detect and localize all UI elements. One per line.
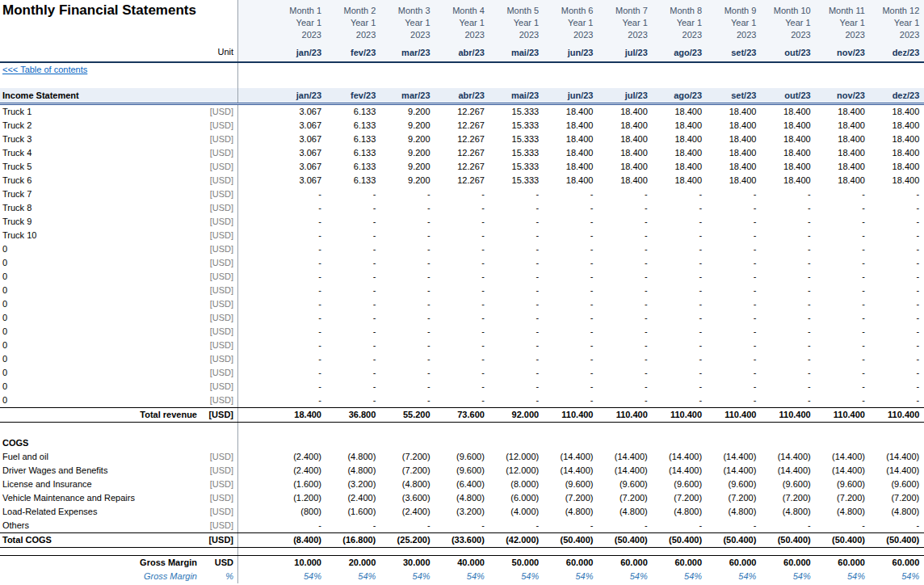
value-cell[interactable]: 110.400 [653,408,707,422]
row-label[interactable]: 0 [0,352,202,366]
value-cell[interactable]: - [326,284,380,297]
value-cell[interactable]: - [653,215,707,229]
value-cell[interactable]: - [870,284,924,297]
value-cell[interactable]: (14.400) [870,464,924,478]
value-cell[interactable]: - [870,297,924,311]
value-cell[interactable] [435,423,489,436]
value-cell[interactable]: - [544,215,598,229]
value-cell[interactable]: (3.200) [326,478,380,491]
value-cell[interactable]: - [598,311,652,325]
value-cell[interactable]: 15.333 [489,160,544,174]
table-of-contents-link[interactable]: <<< Table of contents [2,65,87,74]
row-unit[interactable]: [USD] [202,270,238,284]
value-cell[interactable]: (6.000) [489,491,544,505]
value-cell[interactable]: (14.400) [544,464,598,478]
value-cell[interactable]: - [435,256,489,270]
row-unit[interactable]: [USD] [202,146,238,160]
row-label[interactable]: Truck 10 [0,229,202,242]
value-cell[interactable]: - [326,297,380,311]
value-cell[interactable]: 18.400 [707,105,761,119]
value-cell[interactable]: - [238,366,326,380]
row-unit[interactable]: [USD] [202,491,238,505]
value-cell[interactable]: - [653,519,707,532]
value-cell[interactable] [238,548,326,555]
row-unit[interactable]: [USD] [202,215,238,229]
value-cell[interactable]: - [598,366,652,380]
value-cell[interactable]: 18.400 [761,133,815,146]
value-cell[interactable]: 18.400 [870,160,924,174]
value-cell[interactable]: 60.000 [761,556,815,570]
value-cell[interactable]: 20.000 [326,556,380,570]
row-label[interactable]: Truck 1 [0,105,202,119]
row-unit[interactable]: [USD] [202,325,238,339]
value-cell[interactable] [326,423,380,436]
row-unit[interactable]: [USD] [202,352,238,366]
row-unit[interactable] [202,548,238,555]
value-cell[interactable]: - [326,187,380,201]
row-unit[interactable]: % [202,570,238,583]
value-cell[interactable]: (1.200) [238,491,326,505]
value-cell[interactable]: - [544,201,598,215]
month-column-cell[interactable]: Month 7Year 12023jul/23 [598,0,652,61]
value-cell[interactable]: (25.200) [380,533,435,547]
value-cell[interactable]: - [816,325,870,339]
value-cell[interactable]: - [816,311,870,325]
value-cell[interactable]: 18.400 [816,119,870,133]
value-cell[interactable]: 18.400 [653,146,707,160]
value-cell[interactable]: - [598,325,652,339]
value-cell[interactable]: 18.400 [238,408,326,422]
value-cell[interactable]: 60.000 [653,556,707,570]
value-cell[interactable]: 18.400 [816,174,870,187]
value-cell[interactable]: 54% [598,570,652,583]
value-cell[interactable]: - [707,256,761,270]
row-label[interactable]: 0 [0,297,202,311]
row-label[interactable]: Truck 3 [0,133,202,146]
value-cell[interactable]: - [598,215,652,229]
date-header-cell[interactable]: out/23 [761,88,815,103]
value-cell[interactable]: - [380,215,435,229]
row-unit[interactable]: [USD] [202,311,238,325]
value-cell[interactable]: - [544,187,598,201]
value-cell[interactable]: (7.200) [870,491,924,505]
value-cell[interactable] [707,423,761,436]
value-cell[interactable]: 60.000 [598,556,652,570]
value-cell[interactable]: - [653,339,707,352]
value-cell[interactable]: (14.400) [544,450,598,464]
value-cell[interactable]: - [326,270,380,284]
value-cell[interactable]: 6.133 [326,160,380,174]
value-cell[interactable]: 6.133 [326,174,380,187]
value-cell[interactable]: - [380,394,435,407]
value-cell[interactable]: - [653,311,707,325]
value-cell[interactable]: - [326,519,380,532]
row-unit[interactable]: [USD] [202,284,238,297]
row-unit[interactable]: [USD] [202,229,238,242]
row-label[interactable]: Truck 9 [0,215,202,229]
value-cell[interactable]: (2.400) [238,450,326,464]
value-cell[interactable]: 18.400 [598,105,652,119]
value-cell[interactable]: - [380,229,435,242]
date-header-cell[interactable]: jul/23 [598,88,652,103]
value-cell[interactable]: 15.333 [489,119,544,133]
value-cell[interactable]: (7.200) [544,491,598,505]
value-cell[interactable]: (14.400) [653,450,707,464]
value-cell[interactable]: 9.200 [380,105,435,119]
value-cell[interactable]: 18.400 [544,160,598,174]
value-cell[interactable]: 6.133 [326,105,380,119]
value-cell[interactable]: (14.400) [816,450,870,464]
value-cell[interactable]: - [761,394,815,407]
value-cell[interactable]: - [598,380,652,394]
value-cell[interactable]: (4.800) [816,505,870,519]
value-cell[interactable]: - [707,187,761,201]
value-cell[interactable]: (14.400) [761,464,815,478]
month-column-cell[interactable]: Month 11Year 12023nov/23 [816,0,870,61]
value-cell[interactable]: - [816,297,870,311]
value-cell[interactable]: 54% [544,570,598,583]
value-cell[interactable] [761,436,815,450]
value-cell[interactable]: 18.400 [653,174,707,187]
value-cell[interactable]: - [761,325,815,339]
row-label[interactable]: Gross Margin [0,570,202,583]
value-cell[interactable]: 3.067 [238,105,326,119]
value-cell[interactable]: - [238,201,326,215]
row-unit[interactable]: [USD] [202,505,238,519]
month-column-cell[interactable]: Month 5Year 12023mai/23 [489,0,544,61]
